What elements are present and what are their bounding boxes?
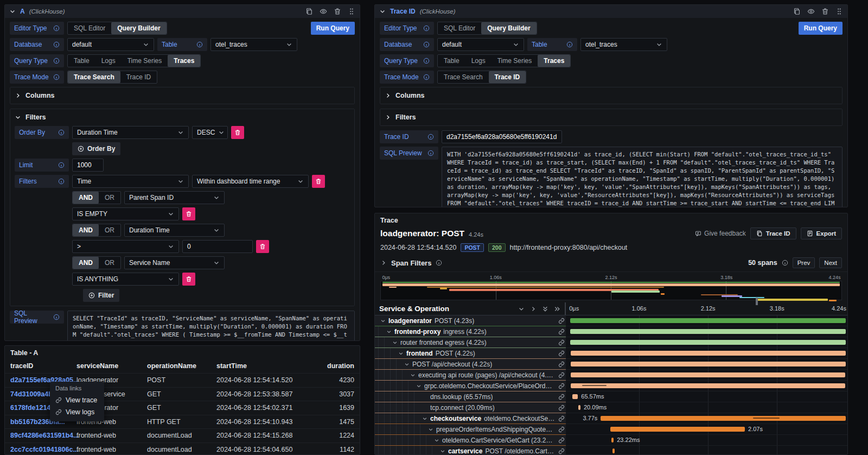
span-row-timeline[interactable] (566, 381, 847, 391)
collapse-query-icon[interactable] (379, 8, 386, 15)
span-link-icon[interactable] (558, 437, 565, 444)
hide-query-icon[interactable] (320, 8, 327, 15)
filter-field-select[interactable]: Parent Span ID (124, 191, 225, 204)
trace-id-link[interactable]: 89cf4286e631591b4... (10, 432, 76, 439)
span-row-timeline[interactable] (566, 446, 847, 455)
duplicate-query-icon[interactable] (305, 8, 313, 15)
span-bar[interactable] (570, 329, 846, 334)
next-button[interactable]: Next (819, 257, 842, 268)
option-trace-id[interactable]: Trace ID (120, 71, 157, 83)
drag-handle-icon[interactable] (348, 8, 355, 15)
add-filter-button[interactable]: Filter (83, 289, 119, 302)
expand-one-icon[interactable] (530, 306, 537, 312)
span-row-name[interactable]: oteldemo.CartService/GetCart (23.22ms) (375, 435, 566, 446)
option-traces[interactable]: Traces (168, 55, 200, 67)
collapse-one-icon[interactable] (518, 306, 525, 312)
table-select[interactable]: otel_traces (580, 38, 667, 51)
span-row-name[interactable]: dns.lookup (65.57ms) (375, 391, 566, 402)
remove-filter-button[interactable] (182, 273, 195, 286)
columns-section[interactable]: Columns (10, 87, 355, 104)
column-resize-handle[interactable] (756, 298, 758, 305)
span-link-icon[interactable] (558, 415, 565, 422)
filter-operator-select[interactable]: IS ANYTHING (72, 273, 179, 286)
span-row-name[interactable]: frontendPOST (4.22s) (375, 348, 566, 359)
run-query-button[interactable]: Run Query (799, 22, 843, 35)
give-feedback-link[interactable]: Give feedback (695, 230, 746, 237)
option-table[interactable]: Table (438, 55, 465, 67)
span-link-icon[interactable] (558, 448, 565, 454)
span-link-icon[interactable] (558, 405, 565, 411)
filter-field-select[interactable]: Service Name (124, 256, 225, 269)
span-bar[interactable] (571, 351, 846, 356)
span-row-timeline[interactable] (566, 370, 847, 381)
filters-section-header[interactable]: Filters (15, 112, 350, 123)
option-trace-search[interactable]: Trace Search (438, 71, 489, 83)
span-filters-label[interactable]: Span Filters (391, 259, 431, 267)
option-or[interactable]: OR (99, 257, 120, 269)
span-row-name[interactable]: grpc.oteldemo.CheckoutService/PlaceOrder… (375, 381, 566, 391)
span-bar[interactable] (571, 362, 846, 366)
option-and[interactable]: AND (73, 224, 99, 236)
span-link-icon[interactable] (558, 350, 565, 357)
trace-id-input[interactable] (442, 130, 562, 143)
trace-id-link[interactable]: 2cc7ccfc01941806c... (10, 446, 76, 453)
span-row-name[interactable]: loadgeneratorPOST (4.23s) (375, 315, 566, 326)
span-bar[interactable] (571, 372, 845, 377)
option-and[interactable]: AND (73, 257, 99, 269)
data-link-view-trace[interactable]: View trace (55, 394, 99, 406)
span-bar[interactable] (612, 448, 615, 453)
option-time-series[interactable]: Time Series (122, 55, 168, 67)
option-table[interactable]: Table (68, 55, 95, 67)
option-logs[interactable]: Logs (95, 55, 122, 67)
trace-minimap[interactable]: 0μs1.06s2.12s3.18s4.24s (380, 275, 842, 300)
span-bar[interactable] (601, 416, 846, 421)
prev-button[interactable]: Prev (793, 257, 815, 268)
span-bar[interactable] (571, 383, 845, 388)
run-query-button[interactable]: Run Query (311, 22, 355, 35)
span-row-name[interactable]: prepareOrderItemsAndShippingQuoteFromCar… (375, 424, 566, 435)
span-row-timeline[interactable] (566, 337, 847, 348)
column-header-starttime[interactable]: startTime (216, 362, 309, 370)
span-row-timeline[interactable]: 23.22ms (566, 435, 847, 446)
span-link-icon[interactable] (558, 394, 565, 400)
remove-order-by-button[interactable] (231, 126, 244, 139)
filter-value-input[interactable] (182, 240, 253, 253)
filter-operator-select[interactable]: > (72, 240, 179, 253)
expand-all-icon[interactable] (554, 306, 560, 312)
database-select[interactable]: default (437, 38, 524, 51)
option-traces[interactable]: Traces (538, 55, 570, 67)
query-header-trace-id[interactable]: Trace ID (ClickHouse) (375, 5, 847, 18)
span-link-icon[interactable] (558, 372, 565, 378)
filter-operator-select[interactable]: IS EMPTY (72, 207, 179, 220)
option-or[interactable]: OR (99, 224, 120, 236)
database-select[interactable]: default (67, 38, 154, 51)
data-link-view-logs[interactable]: View logs (55, 406, 99, 418)
span-row-timeline[interactable]: 2.07s (566, 424, 847, 435)
span-bar[interactable] (611, 438, 614, 443)
span-link-icon[interactable] (558, 383, 565, 389)
filters-section[interactable]: Filters (380, 109, 843, 126)
delete-query-icon[interactable] (334, 8, 341, 15)
column-header-servicename[interactable]: serviceName (76, 362, 147, 370)
span-row-name[interactable]: cartservicePOST /oteldemo.CartService/Ge… (375, 446, 566, 455)
hide-query-icon[interactable] (807, 8, 815, 15)
filter-field-select[interactable]: Duration Time (124, 224, 225, 237)
query-header-a[interactable]: A (ClickHouse) (5, 5, 360, 18)
span-link-icon[interactable] (558, 328, 565, 335)
option-query-builder[interactable]: Query Builder (111, 22, 166, 34)
collapse-all-icon[interactable] (542, 306, 548, 312)
span-row-name[interactable]: POST /api/checkout (4.22s) (375, 359, 566, 370)
duplicate-query-icon[interactable] (793, 8, 801, 15)
span-row-name[interactable]: tcp.connect (20.09ms) (375, 402, 566, 413)
chevron-right-icon[interactable] (380, 260, 387, 266)
delete-query-icon[interactable] (821, 8, 829, 15)
span-link-icon[interactable] (558, 339, 565, 346)
export-button[interactable]: Export (801, 228, 842, 239)
column-header-traceid[interactable]: traceID (10, 362, 76, 370)
span-link-icon[interactable] (558, 318, 565, 324)
remove-filter-button[interactable] (182, 207, 195, 220)
minimap-canvas[interactable] (380, 281, 842, 300)
span-bar[interactable] (610, 427, 745, 432)
span-row-timeline[interactable]: 3.77s (566, 413, 847, 424)
span-row-name[interactable]: executing api route (pages) /api/checkou… (375, 370, 566, 381)
